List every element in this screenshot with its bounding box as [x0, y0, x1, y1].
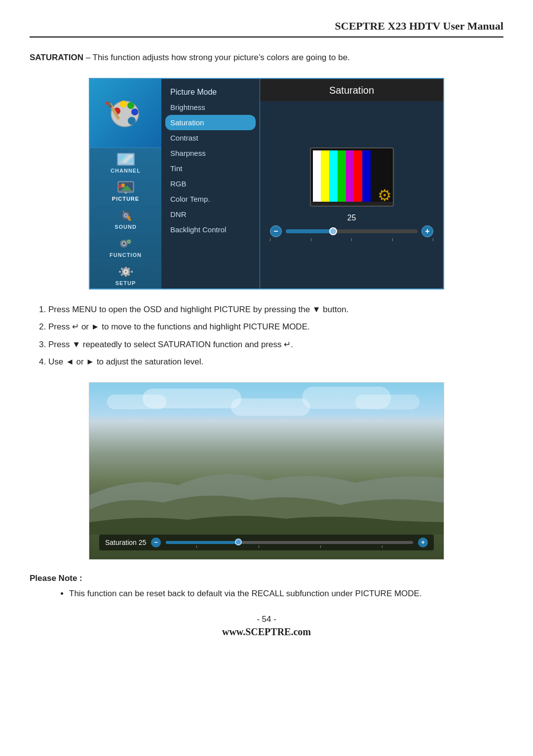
menu-item-tint[interactable]: Tint: [161, 161, 260, 176]
tick-5: [433, 238, 433, 241]
instruction-1: Press MENU to open the OSD and highlight…: [48, 303, 503, 316]
osd-picture-menu: Picture Mode Brightness Saturation Contr…: [161, 79, 260, 288]
slider-row: − +: [270, 225, 433, 237]
menu-item-contrast[interactable]: Contrast: [161, 130, 260, 145]
tick-4: [392, 238, 393, 241]
osd-sidebar: CHANNEL PICTURE: [90, 79, 161, 288]
sat-increase-button[interactable]: +: [418, 538, 428, 547]
sidebar-item-function[interactable]: FUNCTION: [90, 232, 161, 260]
tick-2: [311, 238, 311, 241]
cloud-2: [143, 389, 241, 408]
page-footer: - 54 - www.SCEPTRE.com: [30, 614, 503, 638]
svg-point-14: [125, 192, 127, 194]
svg-rect-34: [131, 271, 133, 273]
landscape-background: Saturation 25 − +: [89, 383, 444, 559]
page-header: SCEPTRE X23 HDTV User Manual: [30, 20, 503, 37]
note-title: Please Note :: [30, 574, 503, 583]
note-item-1: This function can be reset back to defau…: [69, 587, 503, 600]
sat-slider-track: [166, 541, 413, 544]
menu-item-rgb[interactable]: RGB: [161, 176, 260, 191]
menu-item-brightness[interactable]: Brightness: [161, 100, 260, 115]
function-svg: [117, 237, 135, 251]
slider-increase-button[interactable]: +: [421, 225, 433, 237]
menu-item-sharpness[interactable]: Sharpness: [161, 145, 260, 161]
svg-point-5: [131, 108, 138, 115]
menu-item-picture-mode[interactable]: Picture Mode: [161, 84, 260, 100]
sat-tick-2: [259, 545, 259, 548]
sat-decrease-button[interactable]: −: [151, 538, 161, 547]
palette-icon: [106, 93, 146, 133]
sidebar-item-channel-label: CHANNEL: [111, 168, 141, 174]
intro-bold: SATURATION: [30, 53, 83, 62]
intro-text: This function adjusts how strong your pi…: [93, 53, 350, 62]
svg-rect-33: [119, 271, 121, 273]
sidebar-item-setup-label: SETUP: [115, 280, 136, 286]
panel-title: Saturation: [260, 79, 443, 101]
osd-menu: CHANNEL PICTURE: [89, 78, 444, 289]
tick-1: [270, 238, 270, 241]
website-url: www.SCEPTRE.com: [30, 626, 503, 638]
palette-svg: [106, 93, 146, 133]
sat-tick-4: [382, 545, 382, 548]
tv-preview: ⚙: [310, 147, 394, 207]
menu-item-dnr[interactable]: DNR: [161, 207, 260, 222]
sidebar-item-picture[interactable]: PICTURE: [90, 176, 161, 204]
sidebar-item-picture-label: PICTURE: [112, 196, 139, 202]
page-title: SCEPTRE X23 HDTV User Manual: [335, 20, 503, 32]
sat-tick-1: [196, 545, 197, 548]
cloud-5: [355, 395, 419, 409]
color-bar-red: [354, 150, 362, 204]
svg-point-4: [127, 102, 134, 109]
slider-value: 25: [270, 214, 433, 222]
slider-ticks: [270, 237, 433, 242]
setup-icon: [115, 264, 136, 279]
color-bar-white: [313, 150, 321, 204]
sidebar-item-setup[interactable]: SETUP: [90, 260, 161, 288]
channel-icon: [115, 152, 136, 167]
svg-point-27: [128, 241, 129, 242]
slider-decrease-button[interactable]: −: [270, 225, 282, 237]
slider-thumb[interactable]: [329, 227, 337, 235]
please-note-section: Please Note : This function can be reset…: [30, 574, 503, 600]
sat-tick-3: [320, 545, 321, 548]
sat-slider-thumb[interactable]: [235, 539, 242, 545]
svg-point-30: [125, 271, 127, 273]
picture-icon: [115, 180, 136, 195]
sat-slider-fill: [166, 541, 240, 544]
color-bar-magenta: [346, 150, 354, 204]
sidebar-item-sound[interactable]: SOUND: [90, 204, 161, 232]
svg-point-24: [123, 243, 125, 245]
landscape-screenshot: Saturation 25 − +: [89, 382, 444, 560]
sound-svg: [117, 209, 135, 222]
tv-preview-screen: [313, 150, 379, 204]
slider-track: [286, 229, 418, 233]
svg-rect-32: [125, 275, 127, 277]
svg-point-3: [120, 101, 127, 108]
instructions-section: Press MENU to open the OSD and highlight…: [30, 303, 503, 368]
instructions-list: Press MENU to open the OSD and highlight…: [35, 303, 503, 368]
intro-dash: –: [83, 53, 93, 62]
osd-right-panel: Saturation ⚙: [260, 79, 443, 288]
picture-svg: [117, 180, 135, 194]
menu-item-backlight-control[interactable]: Backlight Control: [161, 222, 260, 237]
note-list: This function can be reset back to defau…: [30, 587, 503, 600]
cloud-3: [231, 398, 310, 416]
color-bar-green: [338, 150, 346, 204]
saturation-bar-label: Saturation 25: [105, 539, 146, 546]
sat-ticks: [166, 545, 413, 548]
sidebar-item-sound-label: SOUND: [114, 224, 137, 230]
color-bar-yellow: [321, 150, 329, 204]
slider-fill: [286, 229, 332, 233]
gear-overlay-icon: ⚙: [378, 186, 392, 205]
color-bar-blue: [362, 150, 371, 204]
color-bar-cyan: [329, 150, 338, 204]
slider-container: 25 − +: [265, 214, 438, 242]
sidebar-item-channel[interactable]: CHANNEL: [90, 148, 161, 176]
menu-item-color-temp[interactable]: Color Temp.: [161, 191, 260, 207]
menu-item-saturation[interactable]: Saturation: [165, 115, 256, 130]
panel-content: ⚙ 25 − +: [260, 101, 443, 288]
svg-point-1: [128, 117, 136, 125]
setup-svg: [117, 265, 135, 279]
intro-paragraph: SATURATION – This function adjusts how s…: [30, 51, 503, 64]
sidebar-item-function-label: FUNCTION: [110, 252, 142, 258]
